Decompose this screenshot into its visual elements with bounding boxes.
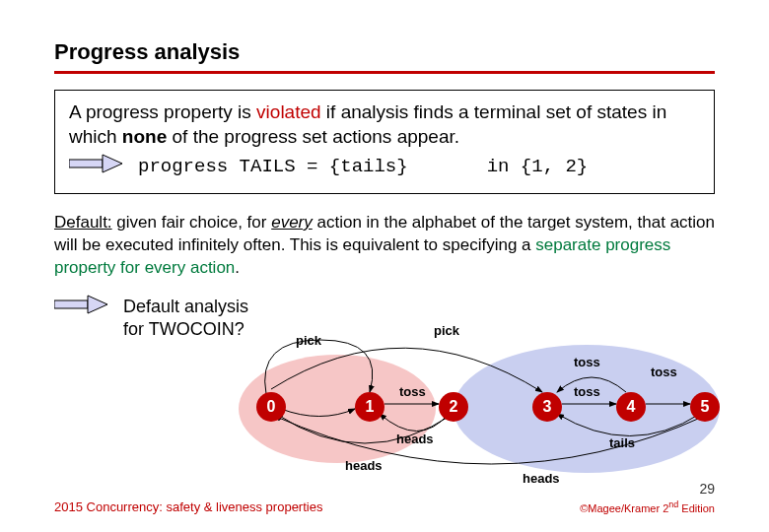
text: given fair choice, for bbox=[112, 213, 272, 232]
text: Default analysis bbox=[123, 297, 248, 316]
state-2: 2 bbox=[439, 392, 468, 422]
label-tails: tails bbox=[609, 435, 635, 450]
default-label: Default: bbox=[54, 213, 112, 232]
label-pick: pick bbox=[296, 333, 321, 348]
code-row: progress TAILS = {tails} in {1, 2} bbox=[69, 153, 700, 181]
definition-text: A progress property is violated if analy… bbox=[69, 100, 700, 149]
label-toss: toss bbox=[651, 365, 677, 379]
definition-box: A progress property is violated if analy… bbox=[54, 90, 715, 194]
state-0: 0 bbox=[256, 392, 286, 422]
text: of the progress set actions appear. bbox=[167, 126, 459, 147]
label-heads: heads bbox=[396, 432, 434, 446]
state-4: 4 bbox=[616, 392, 646, 422]
page-title: Progress analysis bbox=[54, 39, 715, 65]
violated-word: violated bbox=[256, 101, 321, 122]
label-heads: heads bbox=[523, 471, 560, 486]
svg-marker-1 bbox=[103, 155, 122, 172]
title-rule bbox=[54, 71, 715, 74]
state-diagram: 0 1 2 3 4 5 pick pick toss toss toss tos… bbox=[227, 315, 730, 483]
text: ©Magee/Kramer bbox=[580, 502, 663, 514]
label-pick: pick bbox=[434, 323, 459, 338]
footer-right: ©Magee/Kramer 2nd Edition bbox=[580, 499, 715, 514]
every-word: every bbox=[271, 213, 313, 232]
arrow-icon bbox=[69, 153, 124, 181]
text: Edition bbox=[678, 502, 715, 514]
text: . bbox=[235, 258, 240, 277]
svg-marker-3 bbox=[88, 296, 107, 313]
state-5: 5 bbox=[690, 392, 720, 422]
state-1: 1 bbox=[355, 392, 384, 422]
text: nd bbox=[668, 499, 678, 509]
text: A progress property is bbox=[69, 101, 256, 122]
svg-rect-0 bbox=[69, 160, 103, 167]
state-3: 3 bbox=[532, 392, 562, 422]
arrow-icon bbox=[54, 294, 109, 319]
default-paragraph: Default: given fair choice, for every ac… bbox=[54, 212, 715, 280]
svg-rect-2 bbox=[54, 300, 88, 308]
label-heads: heads bbox=[345, 458, 383, 473]
none-word: none bbox=[122, 126, 167, 147]
code-right: in {1, 2} bbox=[487, 155, 589, 179]
label-toss: toss bbox=[574, 384, 600, 399]
footer: 2015 Concurrency: safety & liveness prop… bbox=[54, 499, 715, 514]
label-toss: toss bbox=[574, 355, 600, 369]
label-toss: toss bbox=[399, 384, 426, 399]
code-left: progress TAILS = {tails} bbox=[138, 155, 408, 179]
footer-left: 2015 Concurrency: safety & liveness prop… bbox=[54, 499, 322, 514]
slide-number: 29 bbox=[699, 481, 715, 497]
